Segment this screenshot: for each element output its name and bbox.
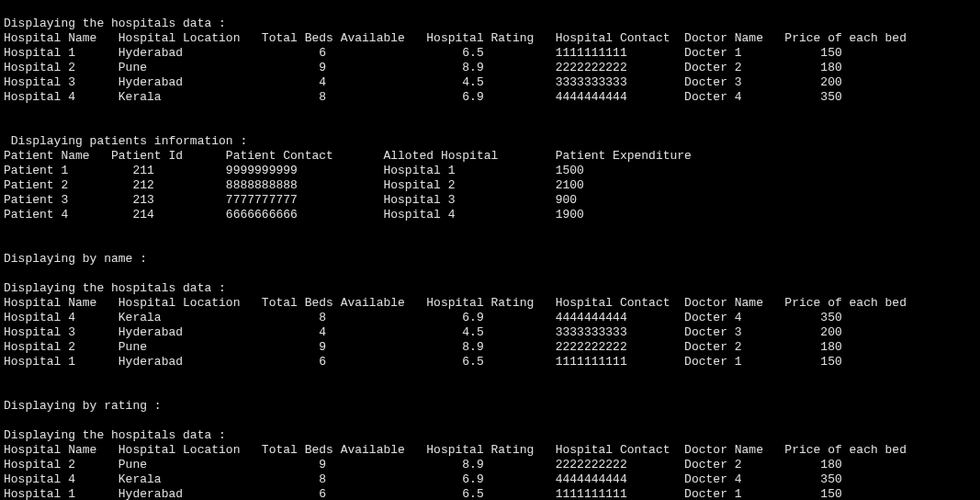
hospitals-header-2: Displaying the hospitals data : [4, 281, 226, 295]
terminal-output: Displaying the hospitals data : Hospital… [0, 0, 980, 500]
hospitals-table-1: Hospital Name Hospital Location Total Be… [4, 31, 907, 104]
hospitals-table-2: Hospital Name Hospital Location Total Be… [4, 296, 907, 369]
patients-table: Patient Name Patient Id Patient Contact … [4, 149, 692, 222]
hospitals-table-3: Hospital Name Hospital Location Total Be… [4, 443, 907, 500]
by-name-header: Displaying by name : [4, 252, 147, 266]
by-rating-header: Displaying by rating : [4, 399, 162, 413]
hospitals-header-3: Displaying the hospitals data : [4, 428, 226, 442]
patients-header: Displaying patients information : [4, 134, 247, 148]
hospitals-header: Displaying the hospitals data : [4, 17, 226, 30]
